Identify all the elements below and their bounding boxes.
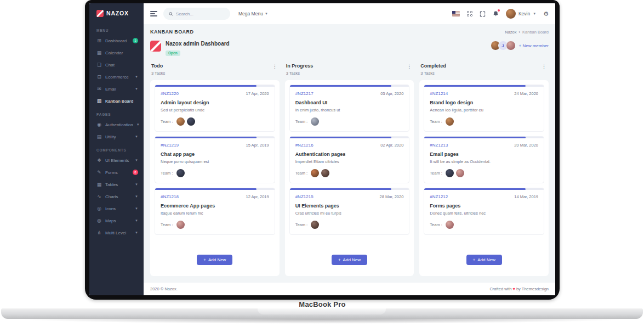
team-member-avatar[interactable] bbox=[187, 117, 195, 126]
team-member-avatar[interactable] bbox=[176, 169, 185, 177]
menu-badge: 3 bbox=[133, 38, 138, 43]
column-menu-icon[interactable]: ⋮ bbox=[406, 63, 413, 70]
sidebar-item-ui-elements[interactable]: ❖ UI Elements ▼ bbox=[89, 154, 144, 166]
sidebar-item-dashboard[interactable]: ⊞ Dashboard 3 bbox=[89, 35, 144, 47]
column-menu-icon[interactable]: ⋮ bbox=[540, 63, 548, 70]
multi-level-icon: ⋔ bbox=[96, 230, 102, 235]
task-id-link[interactable]: #NZ1212 bbox=[430, 194, 448, 199]
search-box[interactable] bbox=[163, 8, 230, 20]
column-menu-icon[interactable]: ⋮ bbox=[271, 63, 278, 70]
user-menu[interactable]: Kevin ▼ bbox=[506, 9, 536, 19]
kanban-card[interactable]: #NZ1214 24 Mar, 2020 Brand logo design A… bbox=[424, 85, 544, 132]
task-id-link[interactable]: #NZ1217 bbox=[295, 91, 314, 96]
kanban-card[interactable]: #NZ1217 05 Apr, 2020 Dashboard UI In eni… bbox=[289, 85, 410, 132]
plus-icon: + bbox=[203, 257, 206, 262]
chevron-down-icon: ▼ bbox=[135, 87, 138, 91]
sidebar-item-calendar[interactable]: ▦ Calendar bbox=[89, 47, 144, 59]
column-task-count: 3 Tasks bbox=[420, 71, 446, 76]
menu-badge: 8 bbox=[133, 170, 138, 175]
chevron-down-icon: ▼ bbox=[135, 159, 138, 162]
task-id-link[interactable]: #NZ1220 bbox=[161, 91, 179, 96]
task-date: 20 Mar, 2020 bbox=[514, 143, 538, 148]
team-member-avatar[interactable] bbox=[446, 169, 454, 177]
sidebar-item-chat[interactable]: ❏ Chat bbox=[89, 59, 144, 71]
brand[interactable]: NAZOX bbox=[89, 3, 144, 23]
team-member-avatar[interactable] bbox=[311, 117, 319, 126]
task-description: Cras ultricies mi eu turpis bbox=[295, 211, 404, 216]
new-member-button[interactable]: + New member bbox=[519, 43, 549, 48]
add-new-button[interactable]: + Add New bbox=[332, 255, 367, 265]
team-member-avatar[interactable] bbox=[321, 169, 329, 177]
team-member-avatar[interactable] bbox=[311, 169, 319, 177]
task-date: 02 Apr, 2020 bbox=[380, 143, 403, 148]
task-description: Neque porro quisquam est bbox=[161, 159, 269, 164]
column-body: #NZ1214 24 Mar, 2020 Brand logo design A… bbox=[419, 80, 549, 276]
sidebar-item-charts[interactable]: ∿ Charts ▼ bbox=[89, 190, 144, 203]
user-avatar bbox=[506, 9, 516, 19]
board-members: J + New member bbox=[491, 41, 549, 50]
column-title: Todo bbox=[151, 63, 165, 69]
kanban-card[interactable]: #NZ1215 28 Mar, 2020 UI Elements pages C… bbox=[289, 188, 410, 235]
add-new-button[interactable]: + Add New bbox=[197, 255, 232, 265]
settings-gear-icon[interactable]: ⚙ bbox=[543, 11, 549, 17]
team-member-avatar[interactable] bbox=[446, 117, 454, 126]
tables-icon: ▦ bbox=[96, 182, 102, 187]
team-member-avatar[interactable] bbox=[446, 221, 454, 229]
charts-icon: ∿ bbox=[96, 194, 102, 199]
team-member-avatar[interactable] bbox=[311, 221, 319, 229]
add-new-button[interactable]: + Add New bbox=[466, 255, 502, 265]
task-date: 28 Mar, 2020 bbox=[380, 194, 404, 199]
chevron-down-icon: ▼ bbox=[135, 183, 138, 186]
sidebar-item-utility[interactable]: ▤ Utility ▼ bbox=[89, 131, 144, 143]
team-member-avatar[interactable] bbox=[456, 169, 464, 177]
sidebar-item-email[interactable]: ✉ Email ▼ bbox=[89, 83, 144, 95]
task-description: Itaque earum rerum hic bbox=[161, 211, 269, 216]
member-avatar[interactable] bbox=[506, 41, 516, 50]
task-id-link[interactable]: #NZ1216 bbox=[295, 143, 314, 148]
task-id-link[interactable]: #NZ1218 bbox=[161, 194, 179, 199]
chevron-down-icon: ▼ bbox=[135, 75, 138, 78]
macbook-label: MacBook Pro bbox=[85, 300, 560, 308]
apps-grid-icon[interactable] bbox=[467, 11, 472, 16]
task-id-link[interactable]: #NZ1214 bbox=[430, 91, 448, 96]
sidebar: NAZOX MENU ⊞ Dashboard 3 ▦ Calendar ❏ Ch… bbox=[89, 3, 144, 295]
task-id-link[interactable]: #NZ1215 bbox=[295, 194, 314, 199]
fullscreen-icon[interactable] bbox=[480, 11, 486, 17]
menu-toggle-icon[interactable] bbox=[150, 11, 157, 16]
sidebar-item-multi-level[interactable]: ⋔ Multi Level ▼ bbox=[89, 227, 144, 239]
language-flag-icon[interactable] bbox=[452, 11, 460, 16]
breadcrumb-item[interactable]: Nazox bbox=[505, 30, 516, 35]
kanban-card[interactable]: #NZ1212 14 Mar, 2019 Forms pages Donec q… bbox=[424, 188, 544, 235]
kanban-icon: ▥ bbox=[96, 98, 102, 104]
kanban-card[interactable]: #NZ1213 20 Mar, 2020 Email pages It will… bbox=[424, 136, 544, 183]
page-title-row: KANBAN BOARD Nazox › Kanban Board bbox=[150, 29, 549, 35]
notifications-bell-icon[interactable] bbox=[493, 10, 499, 17]
sidebar-item-tables[interactable]: ▦ Tables ▼ bbox=[89, 178, 144, 190]
chevron-down-icon: ▼ bbox=[135, 195, 138, 198]
kanban-card[interactable]: #NZ1220 17 Apr, 2020 Admin layout design… bbox=[155, 85, 275, 132]
task-date: 17 Apr, 2020 bbox=[246, 91, 269, 96]
sidebar-item-forms[interactable]: ✎ Forms 8 bbox=[89, 166, 144, 178]
sidebar-item-kanban-board[interactable]: ▥ Kanban Board bbox=[89, 95, 144, 107]
search-input[interactable] bbox=[176, 12, 225, 16]
kanban-card[interactable]: #NZ1216 02 Apr, 2020 Authentication page… bbox=[289, 136, 410, 183]
macbook-notch bbox=[258, 308, 386, 314]
kanban-card[interactable]: #NZ1219 15 Apr, 2019 Chat app page Neque… bbox=[155, 136, 275, 183]
task-id-link[interactable]: #NZ1219 bbox=[161, 143, 179, 148]
sidebar-item-authentication[interactable]: ◉ Authentication ▼ bbox=[89, 119, 144, 131]
board-logo-icon bbox=[150, 41, 161, 52]
sidebar-item-ecommerce[interactable]: ⊟ Ecommerce ▼ bbox=[89, 71, 144, 83]
team-avatars bbox=[446, 169, 464, 177]
chevron-down-icon: ▼ bbox=[265, 12, 268, 15]
member-avatars: J bbox=[491, 41, 516, 50]
task-id-link[interactable]: #NZ1213 bbox=[430, 143, 448, 148]
task-title: Email pages bbox=[430, 151, 538, 157]
mega-menu-button[interactable]: Mega Menu ▼ bbox=[238, 11, 268, 16]
dashboard-icon: ⊞ bbox=[96, 38, 102, 43]
sidebar-item-icons[interactable]: ◎ Icons ▼ bbox=[89, 203, 144, 215]
team-member-avatar[interactable] bbox=[176, 221, 185, 229]
sidebar-item-maps[interactable]: ◍ Maps ▼ bbox=[89, 215, 144, 227]
kanban-card[interactable]: #NZ1218 12 Apr, 2019 Ecommerce App pages… bbox=[155, 188, 275, 235]
team-member-avatar[interactable] bbox=[176, 117, 185, 126]
task-title: Forms pages bbox=[430, 203, 538, 209]
